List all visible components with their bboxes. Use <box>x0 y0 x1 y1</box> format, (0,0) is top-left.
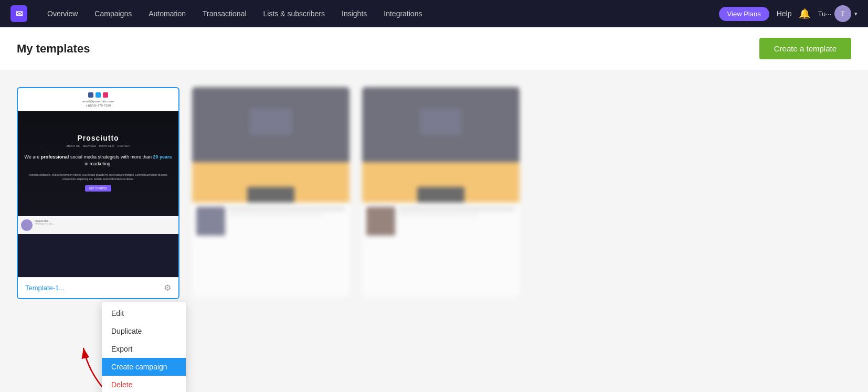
preview-highlight-text: 20 years <box>153 154 172 160</box>
page-header: My templates Create a template <box>0 27 868 70</box>
blurred-card-2 <box>192 87 350 297</box>
create-template-button[interactable]: Create a template <box>759 38 851 59</box>
preview-bold-text: professional <box>41 154 69 160</box>
preview-project-sub: PROSCIUTTO INC... <box>35 223 54 225</box>
blurred-card-3 <box>362 87 520 297</box>
user-menu[interactable]: Tu··· T ▾ <box>818 5 858 22</box>
avatar: T <box>834 5 851 22</box>
context-menu-duplicate[interactable]: Duplicate <box>102 322 186 340</box>
page-title: My templates <box>17 42 90 56</box>
user-name: Tu··· <box>818 10 831 18</box>
preview-hero-text: We are professional social media strateg… <box>22 154 174 167</box>
context-menu-export[interactable]: Export <box>102 340 186 358</box>
nav-item-insights[interactable]: Insights <box>334 5 374 22</box>
gear-icon[interactable]: ⚙ <box>164 283 171 293</box>
template-preview-1: email@prosciutto.com +1(555)-770-7159 Pr… <box>18 88 178 277</box>
preview-nav-portfolio: PORTFOLIO <box>99 144 114 147</box>
context-menu: Edit Duplicate Export Create campaign De… <box>102 302 186 392</box>
context-menu-delete[interactable]: Delete <box>102 376 186 392</box>
logo[interactable]: ✉ <box>10 5 27 22</box>
template-card-1: email@prosciutto.com +1(555)-770-7159 Pr… <box>17 87 179 299</box>
preview-header: email@prosciutto.com +1(555)-770-7159 <box>18 88 178 111</box>
preview-nav-contact: CONTACT <box>118 144 130 147</box>
template-name[interactable]: Template-1... <box>25 284 65 292</box>
nav-item-campaigns[interactable]: Campaigns <box>87 5 139 22</box>
facebook-icon <box>88 92 93 98</box>
navbar: ✉ Overview Campaigns Automation Transact… <box>0 0 868 27</box>
instagram-icon <box>103 92 108 98</box>
view-plans-button[interactable]: View Plans <box>719 7 769 21</box>
twitter-icon <box>96 92 101 98</box>
preview-nav-services: SERVICES <box>83 144 96 147</box>
preview-body-text: Aenean sollicitudin, erat a elementum ru… <box>25 173 171 181</box>
preview-brand: Prosciutto <box>22 134 174 142</box>
nav-item-overview[interactable]: Overview <box>40 5 85 22</box>
nav-item-integrations[interactable]: Integrations <box>376 5 429 22</box>
nav-links: Overview Campaigns Automation Transactio… <box>40 5 719 22</box>
preview-email: email@prosciutto.com <box>82 100 113 103</box>
blurred-cards <box>192 87 520 297</box>
bell-icon[interactable]: 🔔 <box>799 8 810 19</box>
preview-bottom-info: Project Mar... PROSCIUTTO INC... <box>35 219 54 231</box>
preview-cta-button: GET STARTED <box>85 185 111 192</box>
preview-bottom: Project Mar... PROSCIUTTO INC... <box>18 216 178 234</box>
preview-nav-about: ABOUT US <box>66 144 79 147</box>
nav-item-transactional[interactable]: Transactional <box>195 5 254 22</box>
context-menu-create-campaign[interactable]: Create campaign <box>102 358 186 376</box>
template-footer: Template-1... ⚙ <box>18 277 178 298</box>
preview-nav: ABOUT US SERVICES PORTFOLIO CONTACT <box>22 144 174 147</box>
nav-item-lists[interactable]: Lists & subscribers <box>256 5 332 22</box>
context-menu-edit[interactable]: Edit <box>102 304 186 322</box>
nav-right: View Plans Help 🔔 Tu··· T ▾ <box>719 5 858 22</box>
preview-phone: +1(555)-770-7159 <box>86 104 111 107</box>
social-icons <box>88 92 108 98</box>
content-area: email@prosciutto.com +1(555)-770-7159 Pr… <box>0 70 868 316</box>
logo-icon: ✉ <box>16 9 23 19</box>
preview-hero: Prosciutto ABOUT US SERVICES PORTFOLIO C… <box>18 111 178 216</box>
help-link[interactable]: Help <box>777 9 792 18</box>
chevron-down-icon: ▾ <box>854 10 858 17</box>
preview-avatar <box>21 219 33 231</box>
nav-item-automation[interactable]: Automation <box>141 5 193 22</box>
